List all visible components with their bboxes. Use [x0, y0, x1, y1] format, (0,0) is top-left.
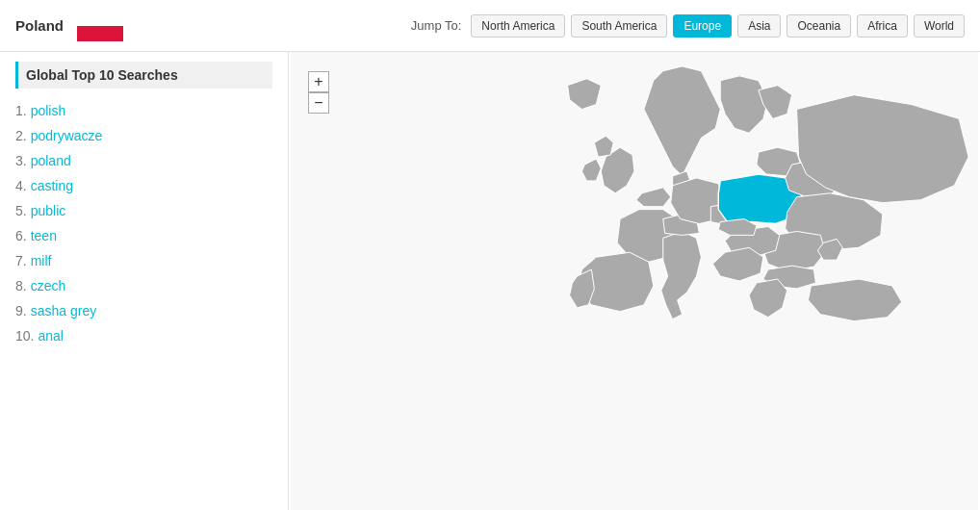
map-area: + −: [289, 52, 980, 510]
nav-button-oceania[interactable]: Oceania: [787, 14, 851, 38]
rank: 4.: [15, 178, 27, 193]
jump-to-label: Jump To:: [411, 18, 462, 33]
list-item: 7.milf: [15, 248, 272, 273]
rank: 3.: [15, 153, 27, 168]
country-name: Poland: [15, 17, 64, 34]
rank: 9.: [15, 303, 27, 319]
rank: 6.: [15, 228, 27, 243]
list-item: 2.podrywacze: [15, 123, 272, 148]
list-item: 10.anal: [15, 323, 272, 348]
nav-button-europe[interactable]: Europe: [673, 14, 732, 38]
search-list: 1.polish 2.podrywacze 3.poland 4.casting…: [15, 98, 272, 348]
rank: 8.: [15, 278, 27, 293]
rank: 5.: [15, 203, 27, 218]
search-term-link[interactable]: czech: [31, 278, 66, 293]
europe-map: [289, 52, 980, 510]
nav-button-north-america[interactable]: North America: [471, 14, 565, 38]
rank: 2.: [15, 128, 27, 143]
search-term-link[interactable]: podrywacze: [31, 128, 103, 143]
turkey[interactable]: [808, 279, 901, 321]
list-item: 1.polish: [15, 98, 272, 123]
zoom-controls: + −: [308, 71, 329, 114]
list-item: 9.sasha grey: [15, 298, 272, 323]
jump-to-nav: Jump To: North America South America Eur…: [411, 14, 965, 38]
country-info: Poland: [15, 11, 123, 41]
header: Poland Jump To: North America South Amer…: [0, 0, 980, 52]
search-term-link[interactable]: poland: [31, 153, 71, 168]
search-term-link[interactable]: milf: [31, 253, 52, 268]
nav-button-south-america[interactable]: South America: [571, 14, 667, 38]
list-item: 3.poland: [15, 148, 272, 173]
zoom-in-button[interactable]: +: [308, 71, 329, 92]
search-term-link[interactable]: teen: [31, 228, 57, 243]
rank: 1.: [15, 103, 27, 118]
nav-button-asia[interactable]: Asia: [737, 14, 781, 38]
zoom-out-button[interactable]: −: [308, 92, 329, 114]
nav-button-world[interactable]: World: [914, 14, 965, 38]
sidebar: Global Top 10 Searches 1.polish 2.podryw…: [0, 52, 289, 510]
search-term-link[interactable]: anal: [38, 328, 63, 344]
list-item: 8.czech: [15, 273, 272, 298]
search-term-link[interactable]: polish: [31, 103, 66, 118]
list-item: 6.teen: [15, 223, 272, 248]
rank: 10.: [15, 328, 34, 344]
rank: 7.: [15, 253, 27, 268]
country-flag: [77, 11, 123, 41]
list-item: 4.casting: [15, 173, 272, 198]
list-item: 5.public: [15, 198, 272, 223]
flag-red-stripe: [77, 26, 123, 41]
flag-white-stripe: [77, 11, 123, 26]
sidebar-title: Global Top 10 Searches: [15, 62, 272, 89]
search-term-link[interactable]: public: [31, 203, 66, 218]
nav-button-africa[interactable]: Africa: [857, 14, 908, 38]
main-content: Global Top 10 Searches 1.polish 2.podryw…: [0, 52, 980, 510]
search-term-link[interactable]: sasha grey: [31, 303, 96, 319]
search-term-link[interactable]: casting: [31, 178, 73, 193]
